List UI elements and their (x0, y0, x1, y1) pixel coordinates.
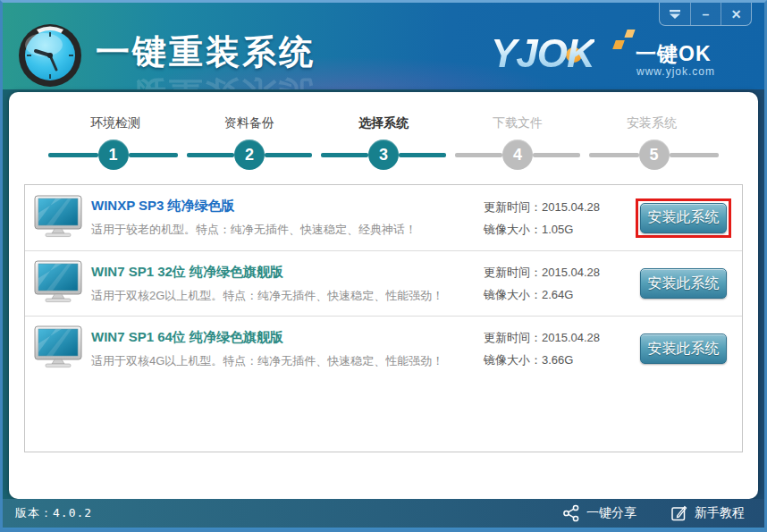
step-progress-bar: 环境检测 1 资料备份 2 选择系统 3 下载文件 4 安装系统 5 (9, 92, 758, 170)
update-time: 更新时间：2015.04.28 (484, 196, 636, 218)
clock-logo-icon (17, 22, 83, 89)
brand-logo: YJOK 一键OK www.yjok.com (491, 30, 730, 80)
footer-bar: 版本：4.0.2 一键分享 新手教程 (3, 499, 764, 529)
tutorial-link[interactable]: 新手教程 (670, 504, 745, 522)
system-description: 适用于较老的机型。特点：纯净无插件、快速稳定、经典神话！ (91, 222, 484, 238)
step-label: 下载文件 (493, 115, 543, 131)
collapse-button[interactable] (660, 3, 690, 25)
system-row-winxp: WINXP SP3 纯净绿色版 适用于较老的机型。特点：纯净无插件、快速稳定、经… (25, 185, 742, 250)
main-panel: 环境检测 1 资料备份 2 选择系统 3 下载文件 4 安装系统 5 (9, 92, 758, 499)
app-title-reflection: 一键重装系统 (96, 71, 316, 89)
system-list: WINXP SP3 纯净绿色版 适用于较老的机型。特点：纯净无插件、快速稳定、经… (24, 184, 743, 452)
system-main-info: WIN7 SP1 64位 纯净绿色旗舰版 适用于双核4G以上机型。特点：纯净无插… (91, 329, 484, 369)
step-label: 环境检测 (90, 115, 140, 131)
step-number: 5 (639, 139, 670, 170)
step-number: 4 (502, 139, 533, 170)
system-title: WIN7 SP1 64位 纯净绿色旗舰版 (91, 329, 484, 346)
step-env-check: 环境检测 1 (48, 115, 182, 170)
share-icon (562, 504, 580, 522)
collapse-icon (669, 9, 681, 20)
system-title: WIN7 SP1 32位 纯净绿色旗舰版 (91, 264, 484, 281)
monitor-icon (34, 260, 82, 307)
app-window: 一键重装系统 一键重装系统 YJOK 一键OK www.yjok.com – ✕ (0, 0, 767, 532)
brand-square-accent-2 (624, 30, 635, 38)
system-meta: 更新时间：2015.04.28 镜像大小：1.05G (484, 196, 636, 241)
close-button[interactable]: ✕ (721, 3, 751, 25)
highlight-red-box: 安装此系统 (636, 198, 731, 238)
button-wrap: 安装此系统 (636, 264, 731, 303)
tutorial-label: 新手教程 (695, 505, 745, 521)
update-time: 更新时间：2015.04.28 (484, 326, 636, 349)
version-label: 版本：4.0.2 (15, 505, 92, 521)
system-meta: 更新时间：2015.04.28 镜像大小：2.64G (484, 261, 636, 306)
step-download: 下载文件 4 (451, 115, 585, 170)
image-size: 镜像大小：3.66G (484, 349, 636, 371)
step-choose-system: 选择系统 3 (316, 115, 451, 170)
install-button-winxp[interactable]: 安装此系统 (640, 203, 727, 233)
step-label: 选择系统 (358, 115, 409, 131)
step-number: 1 (98, 139, 129, 170)
tutorial-pencil-icon (670, 504, 688, 522)
step-backup: 资料备份 2 (182, 115, 316, 170)
install-button-win7-32[interactable]: 安装此系统 (640, 268, 727, 299)
app-title: 一键重装系统 (96, 30, 316, 75)
update-time: 更新时间：2015.04.28 (484, 261, 636, 283)
system-description: 适用于双核4G以上机型。特点：纯净无插件、快速稳定、性能强劲！ (91, 353, 484, 369)
window-controls: – ✕ (659, 3, 752, 26)
step-label: 资料备份 (224, 115, 274, 131)
system-description: 适用于双核2G以上机型。特点：纯净无插件、快速稳定、性能强劲！ (91, 288, 484, 304)
button-wrap: 安装此系统 (636, 329, 731, 368)
system-main-info: WIN7 SP1 32位 纯净绿色旗舰版 适用于双核2G以上机型。特点：纯净无插… (91, 264, 484, 304)
brand-site-url: www.yjok.com (636, 65, 715, 78)
step-number: 2 (234, 139, 265, 170)
footer-links: 一键分享 新手教程 (562, 504, 745, 522)
monitor-icon (34, 195, 82, 241)
system-title: WINXP SP3 纯净绿色版 (91, 198, 484, 215)
system-main-info: WINXP SP3 纯净绿色版 适用于较老的机型。特点：纯净无插件、快速稳定、经… (91, 198, 484, 238)
system-row-win7-64: WIN7 SP1 64位 纯净绿色旗舰版 适用于双核4G以上机型。特点：纯净无插… (25, 316, 742, 381)
step-install: 安装系统 5 (585, 115, 719, 170)
system-row-win7-32: WIN7 SP1 32位 纯净绿色旗舰版 适用于双核2G以上机型。特点：纯净无插… (25, 250, 742, 316)
step-number: 3 (368, 139, 399, 170)
brand-square-accent (612, 40, 625, 49)
install-button-win7-64[interactable]: 安装此系统 (640, 334, 727, 364)
minimize-button[interactable]: – (690, 3, 721, 25)
header: 一键重装系统 一键重装系统 YJOK 一键OK www.yjok.com – ✕ (3, 3, 764, 89)
share-link[interactable]: 一键分享 (562, 504, 636, 522)
image-size: 镜像大小：1.05G (484, 218, 636, 241)
system-meta: 更新时间：2015.04.28 镜像大小：3.66G (484, 326, 636, 371)
image-size: 镜像大小：2.64G (484, 283, 636, 306)
share-label: 一键分享 (586, 505, 636, 521)
brand-name: YJOK (491, 31, 594, 76)
brand-suffix: 一键OK (636, 40, 712, 68)
monitor-icon (34, 325, 82, 372)
step-label: 安装系统 (627, 115, 677, 131)
